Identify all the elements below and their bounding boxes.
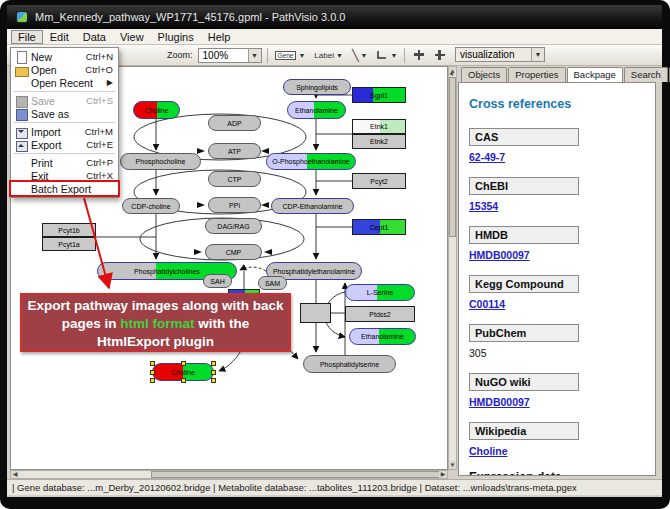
file-menu-item-exit[interactable]: ExitCtrl+X [11, 169, 118, 182]
menu-item-label: Open Recent [31, 77, 103, 89]
file-menu-item-import[interactable]: ImportCtrl+M [11, 125, 118, 138]
file-menu-item-export[interactable]: ExportCtrl+E [11, 138, 118, 151]
pathway-node-ethanolamine[interactable]: Ethanolamine [349, 328, 416, 345]
menu-view[interactable]: View [113, 30, 151, 44]
zoom-combobox[interactable]: 100% ▼ [198, 48, 262, 63]
annotation-text: HtmlExport plugin [97, 334, 214, 349]
selection-handle[interactable] [211, 361, 216, 366]
section-name: HMDB [469, 226, 579, 244]
menu-item-spacer [15, 170, 27, 182]
horizontal-scroll-thumb[interactable] [151, 471, 441, 478]
chevron-down-icon[interactable]: ▼ [298, 52, 305, 59]
file-menu-item-save[interactable]: SaveCtrl+S [11, 94, 118, 107]
file-menu-item-open[interactable]: OpenCtrl+O [11, 63, 118, 76]
pathway-node-cmp[interactable]: CMP [205, 244, 262, 260]
menu-item-label: Save as [31, 108, 113, 120]
pathway-node-sah[interactable]: SAH [203, 274, 232, 288]
chevron-down-icon[interactable]: ▼ [531, 48, 544, 61]
pathway-node-pcyt2[interactable]: Pcyt2 [352, 173, 406, 189]
chevron-down-icon[interactable]: ▼ [390, 52, 397, 59]
pathway-node-etnk1[interactable]: Etnk1 [352, 119, 406, 134]
vertical-scroll-thumb[interactable] [449, 77, 456, 237]
pathway-node-dag-rag[interactable]: DAG/RAG [205, 218, 262, 234]
pathway-node-ctp[interactable]: CTP [208, 171, 261, 187]
selection-handle[interactable] [211, 378, 216, 383]
cross-reference-link[interactable]: 15354 [469, 200, 655, 212]
tab-backpage[interactable]: Backpage [567, 67, 623, 83]
window-title: Mm_Kennedy_pathway_WP1771_45176.gpml - P… [35, 11, 345, 23]
menu-plugins[interactable]: Plugins [151, 30, 201, 44]
tab-properties[interactable]: Properties [508, 67, 565, 82]
file-menu-item-batch-export[interactable]: Batch Export [11, 182, 118, 195]
node-label: SAM [265, 280, 280, 287]
pathway-node-pcyt1a[interactable]: Pcyt1a [42, 237, 96, 251]
file-menu-item-print[interactable]: PrintCtrl+P [11, 156, 118, 169]
scroll-right-icon[interactable]: ▶ [439, 471, 447, 478]
chevron-down-icon[interactable]: ▼ [248, 49, 261, 62]
selection-handle[interactable] [150, 370, 155, 375]
menu-file[interactable]: File [11, 30, 43, 44]
pathway-node-sgpl1[interactable]: Sgpl1 [352, 87, 406, 103]
canvas-horizontal-scrollbar[interactable]: ◀ ▶ [10, 470, 448, 479]
cross-reference-link[interactable]: HMDB00097 [469, 249, 655, 261]
pathway-node-pcyt1b[interactable]: Pcyt1b [42, 223, 96, 237]
pathway-node-ethanolamine[interactable]: Ethanolamine [287, 101, 346, 119]
pathway-node[interactable] [300, 303, 331, 323]
pathway-node-atp[interactable]: ATP [208, 143, 261, 159]
node-label: Ptdss2 [369, 311, 390, 318]
pathway-node-choline[interactable]: Choline [133, 101, 180, 119]
cross-reference-link[interactable]: C00114 [469, 298, 655, 310]
canvas-vertical-scrollbar[interactable]: ▲ ▼ [448, 66, 457, 470]
add-label-button[interactable]: Label ▼ [312, 47, 345, 64]
pathway-node-adp[interactable]: ADP [208, 115, 261, 131]
pathway-node-ptdss2[interactable]: Ptdss2 [345, 306, 415, 322]
pathway-node-l-serine[interactable]: L-Serine [345, 284, 415, 301]
pathway-node-choline[interactable]: Choline [152, 363, 214, 381]
cross-reference-link[interactable]: 62-49-7 [469, 151, 655, 163]
align-center-x-icon [413, 49, 425, 61]
selection-handle[interactable] [181, 378, 186, 383]
draw-connector-button[interactable]: ▼ [374, 47, 399, 64]
selection-handle[interactable] [150, 378, 155, 383]
menu-data[interactable]: Data [76, 30, 113, 44]
file-menu-item-open-recent[interactable]: Open Recent▶ [11, 76, 118, 89]
node-label: Cept1 [370, 224, 389, 231]
pathway-node-etnk2[interactable]: Etnk2 [352, 134, 406, 149]
menu-bar: FileEditDataViewPluginsHelp [7, 29, 662, 45]
pathway-node-phosphatidylserine[interactable]: Phosphatidylserine [303, 355, 396, 373]
pathway-node-ppi[interactable]: PPi [208, 197, 261, 213]
pathway-node-cept1[interactable]: Cept1 [352, 219, 406, 235]
cross-reference-link[interactable]: HMDB00097 [469, 396, 655, 408]
selection-handle[interactable] [181, 361, 186, 366]
connector-icon [376, 49, 388, 61]
visualization-combobox[interactable]: visualization ▼ [455, 47, 545, 62]
selection-handle[interactable] [211, 370, 216, 375]
file-menu-item-save-as[interactable]: Save as [11, 107, 118, 120]
pathway-node-cdp-choline[interactable]: CDP-choline [122, 198, 180, 214]
file-menu-item-new[interactable]: NewCtrl+N [11, 50, 118, 63]
pathway-node-phosphocholine[interactable]: Phosphocholine [120, 153, 201, 170]
annotation-line: pages in html format with the [22, 315, 289, 333]
section-name: Kegg Compound [469, 275, 579, 293]
menu-help[interactable]: Help [201, 30, 238, 44]
scroll-left-icon[interactable]: ◀ [11, 471, 19, 478]
menu-edit[interactable]: Edit [43, 30, 76, 44]
align-center-x-button[interactable] [410, 47, 427, 64]
tab-objects[interactable]: Objects [461, 67, 507, 82]
pathway-node-cdp-ethanolamine[interactable]: CDP-Ethanolamine [271, 198, 354, 214]
panel-splitter-handle[interactable]: ◂ [449, 66, 457, 80]
pathway-node-sam[interactable]: SAM [258, 276, 287, 290]
cross-reference-link[interactable]: Choline [469, 445, 655, 457]
title-bar[interactable]: Mm_Kennedy_pathway_WP1771_45176.gpml - P… [7, 5, 662, 29]
node-label: SAH [210, 278, 224, 285]
selection-handle[interactable] [150, 361, 155, 366]
scroll-down-icon[interactable]: ▼ [449, 461, 456, 469]
add-gene-button[interactable]: Gene ▼ [273, 47, 308, 64]
pathway-node-o-phosphoethanolamine[interactable]: O-Phosphoethanolamine [266, 153, 356, 170]
chevron-down-icon[interactable]: ▼ [336, 52, 343, 59]
chevron-down-icon[interactable]: ▼ [361, 52, 368, 59]
pathway-node-sphingolipids[interactable]: Sphingolipids [283, 79, 351, 95]
align-center-y-button[interactable] [431, 47, 448, 64]
tab-search[interactable]: Search [624, 67, 668, 82]
draw-line-button[interactable]: ╲ ▼ [350, 47, 370, 64]
